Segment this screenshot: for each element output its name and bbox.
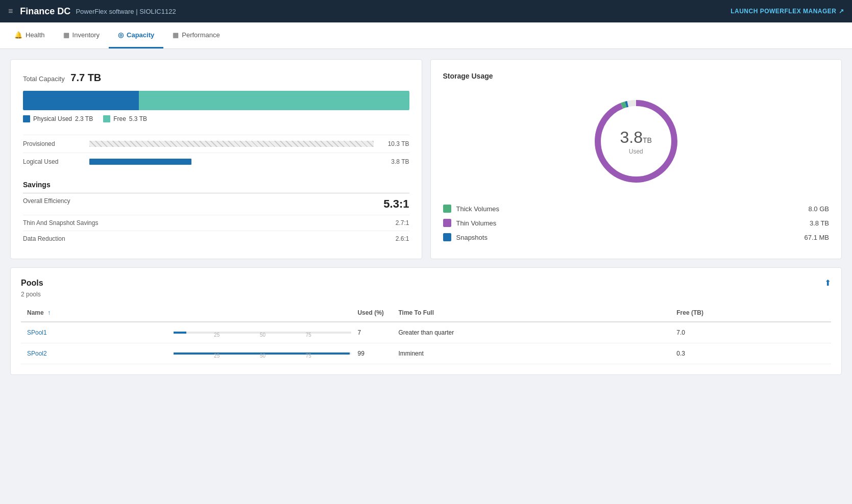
total-capacity-value: 7.7 TB	[70, 72, 101, 83]
logical-label: Logical Used	[23, 158, 84, 165]
col-used-pct: Used (%)	[351, 304, 392, 322]
app-subtitle: PowerFlex software | SIOLIC1122	[76, 8, 176, 15]
thick-volumes-label: Thick Volumes	[456, 205, 804, 213]
donut-unit: TB	[643, 136, 652, 144]
table-row: SPool1 25 50 75 7 Greater than quarter	[21, 322, 831, 343]
snapshots-color	[443, 233, 451, 241]
inventory-icon: ▦	[63, 31, 69, 39]
tab-capacity[interactable]: ◎ Capacity	[109, 22, 163, 48]
provisioned-bar	[89, 141, 374, 147]
menu-icon[interactable]: ≡	[8, 7, 13, 16]
thin-volumes-color	[443, 219, 451, 227]
logical-value: 3.8 TB	[379, 158, 409, 165]
pools-header: Pools ⬆	[21, 278, 831, 288]
tab-health[interactable]: 🔔 Health	[5, 22, 54, 48]
thin-snapshot-row: Thin And Snapshot Savings 2.7:1	[23, 215, 409, 231]
pools-title: Pools	[21, 279, 43, 288]
pools-section: Pools ⬆ 2 pools Name ↑ Used (%) Time To …	[10, 267, 842, 375]
donut-center-text: 3.8TB Used	[620, 128, 652, 155]
donut-chart: 3.8TB Used	[585, 90, 687, 192]
donut-label: Used	[620, 148, 652, 155]
pool-link-1[interactable]: SPool2	[27, 350, 47, 357]
thin-volumes-value: 3.8 TB	[810, 219, 829, 227]
storage-legend: Thick Volumes 8.0 GB Thin Volumes 3.8 TB…	[443, 205, 830, 241]
pool-bar: 25 50 75	[174, 327, 351, 338]
total-capacity-label: Total Capacity	[23, 75, 65, 83]
donut-value: 3.8	[620, 128, 643, 146]
thick-volumes-value: 8.0 GB	[809, 205, 829, 213]
legend-thick-volumes: Thick Volumes 8.0 GB	[443, 205, 830, 213]
capacity-icon: ◎	[118, 31, 124, 39]
main-content: Total Capacity 7.7 TB Physical Used 2.3 …	[0, 49, 852, 385]
pool-bar-labels: 25 50 75	[174, 353, 351, 359]
thick-volumes-color	[443, 205, 451, 213]
top-row: Total Capacity 7.7 TB Physical Used 2.3 …	[10, 59, 842, 259]
pool-time-to-full-cell: Greater than quarter	[392, 322, 670, 343]
physical-used-bar	[23, 91, 139, 110]
snapshots-value: 67.1 MB	[805, 234, 829, 241]
pool-bar-cell: 25 50 75	[167, 343, 351, 364]
tabs-bar: 🔔 Health ▦ Inventory ◎ Capacity ▦ Perfor…	[0, 22, 852, 49]
pool-link-0[interactable]: SPool1	[27, 329, 47, 336]
pool-used-pct-cell: 99	[351, 343, 392, 364]
export-icon[interactable]: ⬆	[824, 278, 831, 288]
legend-physical: Physical Used 2.3 TB	[23, 115, 93, 122]
overall-efficiency-row: Overall Efficiency 5.3:1	[23, 193, 409, 215]
col-free-tb: Free (TB)	[670, 304, 831, 322]
free-bar	[139, 91, 409, 110]
logical-bar	[89, 159, 374, 165]
table-header-row: Name ↑ Used (%) Time To Full Free (TB)	[21, 304, 831, 322]
sort-arrow-icon: ↑	[47, 309, 51, 316]
pool-name-cell: SPool2	[21, 343, 167, 364]
thin-volumes-label: Thin Volumes	[456, 219, 805, 227]
snapshots-label: Snapshots	[456, 234, 799, 241]
app-title: Finance DC	[20, 6, 70, 17]
table-row: SPool2 25 50 75 99 Imminent 0.3	[21, 343, 831, 364]
data-reduction-row: Data Reduction 2.6:1	[23, 231, 409, 246]
overall-efficiency-value: 5.3:1	[383, 197, 409, 211]
external-link-icon: ↗	[839, 8, 844, 15]
thin-snapshot-value: 2.7:1	[396, 219, 409, 226]
data-reduction-value: 2.6:1	[396, 235, 409, 242]
health-icon: 🔔	[14, 31, 22, 39]
header-left: ≡ Finance DC PowerFlex software | SIOLIC…	[8, 6, 176, 17]
pool-time-to-full-cell: Imminent	[392, 343, 670, 364]
capacity-bar	[23, 91, 409, 110]
legend-free: Free 5.3 TB	[103, 115, 147, 122]
pool-bar-cell: 25 50 75	[167, 322, 351, 343]
col-name: Name ↑	[21, 304, 167, 322]
tab-inventory[interactable]: ▦ Inventory	[54, 22, 109, 48]
col-time-to-full: Time To Full	[392, 304, 670, 322]
capacity-metrics: Provisioned 10.3 TB Logical Used 3.8 TB	[23, 135, 409, 170]
legend-physical-label: Physical Used	[33, 115, 72, 122]
legend-snapshots: Snapshots 67.1 MB	[443, 233, 830, 241]
pools-table: Name ↑ Used (%) Time To Full Free (TB)	[21, 304, 831, 364]
metric-logical: Logical Used 3.8 TB	[23, 153, 409, 170]
provisioned-label: Provisioned	[23, 140, 84, 147]
pool-free-tb-cell: 0.3	[670, 343, 831, 364]
legend-free-dot	[103, 115, 110, 122]
overall-efficiency-label: Overall Efficiency	[23, 197, 70, 211]
provisioned-value: 10.3 TB	[379, 140, 409, 147]
pool-name-cell: SPool1	[21, 322, 167, 343]
legend-thin-volumes: Thin Volumes 3.8 TB	[443, 219, 830, 227]
header: ≡ Finance DC PowerFlex software | SIOLIC…	[0, 0, 852, 22]
pool-free-tb-cell: 7.0	[670, 322, 831, 343]
legend-free-value: 5.3 TB	[129, 115, 147, 122]
thin-snapshot-label: Thin And Snapshot Savings	[23, 219, 98, 226]
col-used	[167, 304, 351, 322]
pool-used-pct-cell: 7	[351, 322, 392, 343]
storage-usage-title: Storage Usage	[443, 72, 830, 80]
tab-performance[interactable]: ▦ Performance	[163, 22, 229, 48]
capacity-legend: Physical Used 2.3 TB Free 5.3 TB	[23, 115, 409, 122]
performance-icon: ▦	[173, 31, 179, 39]
pools-count: 2 pools	[21, 291, 831, 298]
savings-title: Savings	[23, 181, 409, 189]
capacity-card: Total Capacity 7.7 TB Physical Used 2.3 …	[10, 59, 422, 259]
storage-usage-card: Storage Usage 3.8TB Us	[430, 59, 842, 259]
launch-powerflex-link[interactable]: LAUNCH POWERFLEX MANAGER ↗	[731, 8, 844, 15]
legend-physical-value: 2.3 TB	[75, 115, 93, 122]
metric-provisioned: Provisioned 10.3 TB	[23, 135, 409, 153]
pool-bar: 25 50 75	[174, 348, 351, 359]
legend-free-label: Free	[113, 115, 126, 122]
